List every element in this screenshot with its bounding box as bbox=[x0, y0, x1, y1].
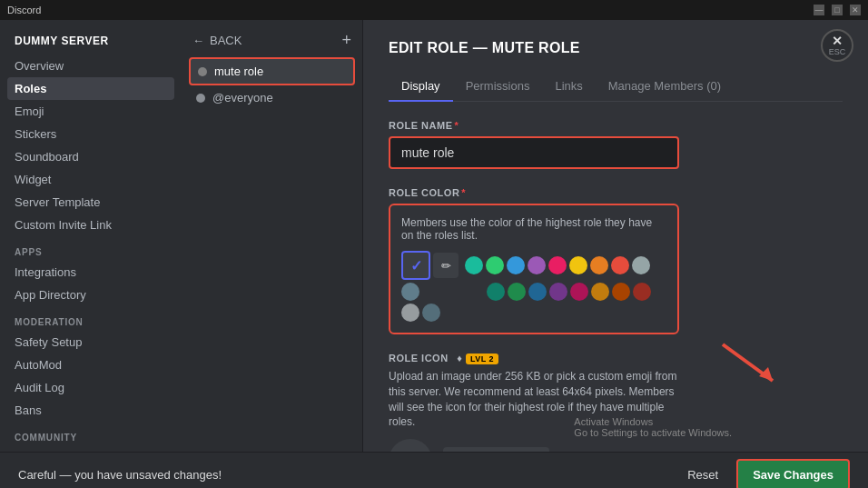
unsaved-changes-text: Careful — you have unsaved changes! bbox=[18, 468, 222, 482]
color-swatch-15[interactable] bbox=[570, 283, 588, 301]
color-pencil-button[interactable]: ✏ bbox=[433, 253, 459, 278]
sidebar-item-integrations[interactable]: Integrations bbox=[7, 261, 174, 284]
reset-button[interactable]: Reset bbox=[678, 463, 727, 487]
color-default-swatch[interactable]: ✓ bbox=[401, 251, 430, 280]
back-button[interactable]: ← BACK bbox=[192, 34, 242, 47]
save-changes-button[interactable]: Save Changes bbox=[736, 459, 850, 488]
color-swatches: ✓ ✏ bbox=[401, 251, 666, 322]
moderation-section-label: MODERATION bbox=[7, 306, 174, 331]
role-item-everyone[interactable]: @everyone bbox=[189, 85, 355, 110]
person-add-icon: ⊕ bbox=[403, 450, 419, 452]
sidebar-item-server-template[interactable]: Server Template bbox=[7, 191, 174, 214]
sidebar-item-bans[interactable]: Bans bbox=[7, 399, 174, 422]
choose-image-button[interactable]: Choose Image bbox=[443, 447, 549, 452]
role-name-field-group: ROLE NAME* bbox=[389, 120, 843, 169]
mute-role-dot bbox=[198, 67, 207, 76]
color-swatch-16[interactable] bbox=[591, 283, 609, 301]
roles-panel-header: ← BACK + bbox=[189, 31, 355, 57]
role-icon-description: Upload an image under 256 KB or pick a c… bbox=[389, 369, 679, 430]
sidebar-item-widget[interactable]: Widget bbox=[7, 168, 174, 191]
sidebar-item-emoji[interactable]: Emoji bbox=[7, 100, 174, 123]
apps-section-label: APPS bbox=[7, 236, 174, 261]
checkmark-icon: ✓ bbox=[410, 257, 422, 274]
role-item-mute[interactable]: mute role bbox=[189, 57, 355, 85]
color-swatch-2[interactable] bbox=[486, 256, 504, 274]
edit-title: EDIT ROLE — MUTE ROLE bbox=[389, 40, 580, 56]
sidebar: DUMMY SERVER Overview Roles Emoji Sticke… bbox=[0, 20, 182, 452]
mute-role-label: mute role bbox=[214, 65, 263, 78]
edit-panel: ✕ ESC EDIT ROLE — MUTE ROLE ··· Display … bbox=[363, 20, 868, 452]
close-button[interactable]: ✕ bbox=[850, 5, 861, 15]
app-title: Discord bbox=[7, 5, 41, 15]
color-swatch-18[interactable] bbox=[633, 283, 651, 301]
esc-label: ESC bbox=[829, 47, 846, 56]
sidebar-item-overview[interactable]: Overview bbox=[7, 55, 174, 77]
minimize-button[interactable]: — bbox=[814, 5, 824, 15]
diamond-icon: ♦ bbox=[457, 353, 462, 364]
sidebar-item-custom-invite-link[interactable]: Custom Invite Link bbox=[7, 214, 174, 236]
maximize-button[interactable]: □ bbox=[832, 5, 843, 15]
icon-placeholder: ⊕ bbox=[389, 439, 432, 452]
server-name: DUMMY SERVER bbox=[7, 35, 174, 55]
role-name-label: ROLE NAME* bbox=[389, 120, 843, 131]
color-swatch-9[interactable] bbox=[632, 256, 650, 274]
role-color-field-group: ROLE COLOR* Members use the color of the… bbox=[389, 187, 843, 334]
tabs-bar: Display Permissions Links Manage Members… bbox=[389, 72, 843, 102]
color-swatch-20[interactable] bbox=[422, 304, 440, 322]
content-area: ← BACK + mute role @everyone ✕ ESC bbox=[182, 20, 868, 452]
color-swatch-3[interactable] bbox=[507, 256, 525, 274]
esc-x-icon: ✕ bbox=[832, 35, 843, 47]
sidebar-item-stickers[interactable]: Stickers bbox=[7, 123, 174, 145]
color-swatch-1[interactable] bbox=[465, 256, 483, 274]
color-swatch-19[interactable] bbox=[401, 304, 419, 322]
color-swatch-5[interactable] bbox=[548, 256, 567, 274]
roles-panel: ← BACK + mute role @everyone bbox=[182, 20, 363, 452]
save-arrow-indicator bbox=[714, 335, 786, 393]
color-swatch-13[interactable] bbox=[528, 283, 547, 301]
sidebar-item-safety-setup[interactable]: Safety Setup bbox=[7, 331, 174, 354]
sidebar-item-roles[interactable]: Roles bbox=[7, 77, 174, 100]
color-swatch-17[interactable] bbox=[612, 283, 630, 301]
color-description: Members use the color of the highest rol… bbox=[401, 216, 666, 242]
role-color-label: ROLE COLOR* bbox=[389, 187, 843, 198]
back-label: BACK bbox=[210, 34, 242, 47]
add-role-button[interactable]: + bbox=[341, 31, 351, 50]
tab-manage-members[interactable]: Manage Members (0) bbox=[596, 72, 734, 102]
color-swatch-10[interactable] bbox=[401, 283, 419, 301]
app-layout: DUMMY SERVER Overview Roles Emoji Sticke… bbox=[0, 20, 868, 452]
sidebar-item-soundboard[interactable]: Soundboard bbox=[7, 145, 174, 168]
tab-permissions[interactable]: Permissions bbox=[453, 72, 543, 102]
edit-header: EDIT ROLE — MUTE ROLE ··· bbox=[389, 38, 843, 57]
sidebar-item-app-directory[interactable]: App Directory bbox=[7, 284, 174, 306]
lvl-badge: LVL 2 bbox=[466, 354, 498, 364]
color-section: Members use the color of the highest rol… bbox=[389, 204, 679, 334]
tab-display[interactable]: Display bbox=[389, 72, 453, 102]
titlebar: Discord — □ ✕ bbox=[0, 0, 868, 20]
window-controls: — □ ✕ bbox=[814, 5, 861, 15]
everyone-role-label: @everyone bbox=[212, 91, 273, 105]
community-section-label: COMMUNITY bbox=[7, 422, 174, 446]
tab-links[interactable]: Links bbox=[542, 72, 595, 102]
sidebar-item-automod[interactable]: AutoMod bbox=[7, 354, 174, 376]
sidebar-item-audit-log[interactable]: Audit Log bbox=[7, 376, 174, 399]
color-swatch-7[interactable] bbox=[590, 256, 608, 274]
pencil-icon: ✏ bbox=[441, 259, 451, 273]
color-swatch-6[interactable] bbox=[569, 256, 587, 274]
everyone-role-dot bbox=[196, 94, 205, 103]
color-swatch-11[interactable] bbox=[487, 283, 505, 301]
icon-upload-area: ⊕ Choose Image bbox=[389, 439, 843, 452]
role-name-input[interactable] bbox=[389, 136, 679, 169]
bottom-actions: Reset Save Changes bbox=[678, 459, 850, 488]
color-swatch-14[interactable] bbox=[549, 283, 567, 301]
color-swatch-4[interactable] bbox=[528, 256, 546, 274]
esc-button[interactable]: ✕ ESC bbox=[821, 29, 853, 62]
color-swatch-12[interactable] bbox=[508, 283, 526, 301]
color-swatch-8[interactable] bbox=[611, 256, 629, 274]
bottom-bar: Careful — you have unsaved changes! Rese… bbox=[0, 452, 868, 488]
back-arrow-icon: ← bbox=[192, 34, 204, 47]
